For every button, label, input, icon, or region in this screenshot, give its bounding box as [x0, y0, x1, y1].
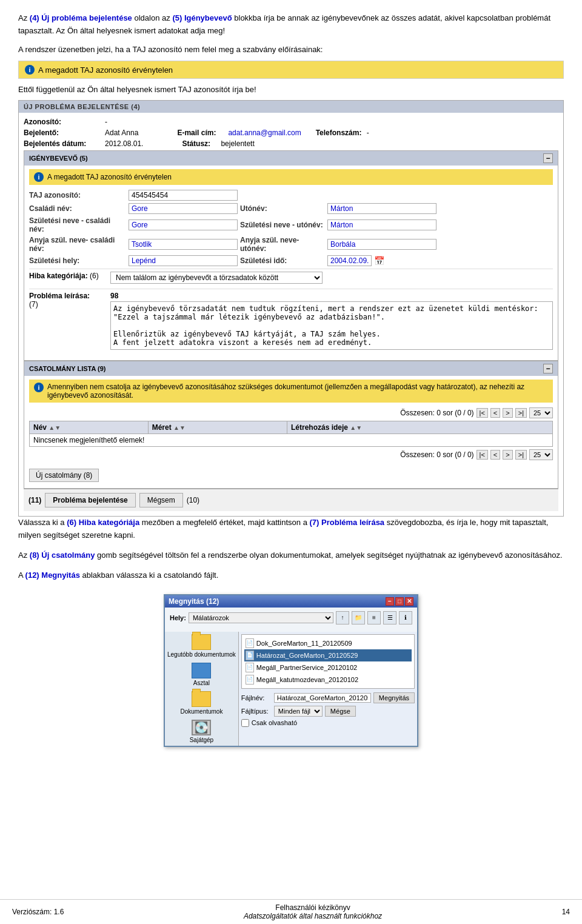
- sidebar-legutobb-icon: [192, 634, 211, 650]
- table-empty-row: Nincsenek megjeleníthető elemek!: [30, 434, 553, 447]
- file-icon-2: 📄: [246, 663, 254, 672]
- sidebar-sajatgep-label: Sajátgép: [190, 737, 213, 743]
- datum-row: Bejelentés dátum: 2012.08.01. Státusz: b…: [24, 139, 558, 148]
- status-label: Státusz:: [182, 139, 218, 148]
- sort-meret-icon: ▲▼: [173, 424, 186, 431]
- page-first-btn[interactable]: |<: [477, 408, 488, 418]
- dialog-path-row: Hely: Málatározok ↑ 📁 ≡ ☰ ℹ: [165, 608, 417, 632]
- sz-hely-label: Születési hely:: [29, 256, 126, 265]
- form-panel-body: Azonosító: - Bejelentő: Adat Anna E-mail…: [19, 113, 563, 516]
- datum-value: 2012.08.01.: [105, 139, 143, 148]
- page-size-select-bottom[interactable]: 25: [529, 449, 553, 460]
- uj-csatolmany-btn[interactable]: Új csatolmány (8): [29, 469, 99, 482]
- dialog-maximize-btn[interactable]: □: [395, 597, 404, 606]
- csatolmany-section: Csatolmány Lista (9) − i Amennyiben nem …: [24, 361, 558, 489]
- bold-megnyitas: (12) Megnyitás: [25, 571, 80, 580]
- page-size-select-top[interactable]: 25: [529, 407, 553, 418]
- fajlnev-label: Fájlnév:: [241, 694, 272, 701]
- fajlnev-input[interactable]: [274, 693, 371, 703]
- section-heading: A rendszer üzenetben jelzi, ha a TAJ azo…: [18, 44, 564, 56]
- page-first-btn-b[interactable]: |<: [477, 450, 488, 460]
- file-item-3[interactable]: 📄 Megáll_katutmozdevan_20120102: [244, 674, 412, 686]
- anya-c-label: Anyja szül. neve- családi név:: [29, 236, 126, 253]
- problema-textarea[interactable]: Az igénybevevő törzsadatát nem tudtuk rö…: [110, 301, 553, 350]
- hiba-kategoria-select[interactable]: Nem találom az igénybevevőt a törzsadato…: [110, 272, 323, 284]
- sidebar-asztal-label: Asztal: [193, 680, 210, 686]
- sidebar-dokumentumok[interactable]: Dokumentumok: [180, 691, 222, 715]
- bejelentes-num-label: (11): [28, 496, 41, 504]
- dialog-new-folder-btn[interactable]: 📁: [352, 611, 365, 624]
- telefonszam-label: Telefonszám:: [316, 129, 364, 137]
- body-section-1: Válassza ki a (6) Hiba kategóriája mezőb…: [18, 517, 564, 542]
- col-meret-header: Méret ▲▼: [148, 421, 287, 434]
- dialog-minimize-btn[interactable]: −: [386, 597, 394, 606]
- footer-title: Felhasználói kézikönyv: [64, 903, 561, 912]
- file-name-2: Megáll_PartnerService_20120102: [256, 664, 357, 671]
- szuletesi-row: Születési hely: Lepénd Születési idő: 20…: [29, 255, 553, 266]
- hiba-kategoria-label: Hiba kategóriája: (6): [29, 272, 108, 280]
- datum-label: Bejelentés dátum:: [24, 139, 102, 148]
- sidebar-sajatgep[interactable]: 💽 Sajátgép: [190, 720, 213, 743]
- page-last-btn[interactable]: >|: [515, 408, 527, 418]
- nev-row: Családi név: Gore Utónév: Márton: [29, 203, 553, 214]
- anya-u-value: Borbála: [327, 239, 436, 250]
- email-label: E-mail cím:: [177, 129, 226, 137]
- dialog-fajltipus-row: Fájltípus: Minden fájl Mégse: [241, 706, 415, 717]
- sz-nev-c-label: Születési neve - családi név:: [29, 216, 126, 233]
- anya-row: Anyja szül. neve- családi név: Tsotlik A…: [29, 236, 553, 253]
- bold-problema-leiras: (7) Probléma leírása: [310, 518, 385, 527]
- megnyitas-dialog: Megnyitás (12) − □ ✕ Hely: Málatározok ↑…: [164, 594, 418, 747]
- col-letrehozas-header: Létrehozás ideje ▲▼: [287, 421, 552, 434]
- dialog-list-view-btn[interactable]: ≡: [367, 611, 381, 624]
- page-prev-btn-b[interactable]: <: [490, 450, 500, 460]
- open-btn[interactable]: Megnyitás: [373, 692, 415, 703]
- sidebar-dokumentumok-icon: [192, 691, 211, 707]
- csatolmany-collapse-btn[interactable]: −: [543, 364, 553, 373]
- file-icon-1: 📄: [246, 651, 254, 660]
- bejelento-row: Bejelentő: Adat Anna E-mail cím: adat.an…: [24, 129, 558, 137]
- dialog-path-select[interactable]: Málatározok: [189, 612, 333, 623]
- footer-center: Felhasználói kézikönyv Adatszolgáltatók …: [64, 903, 561, 920]
- calendar-icon[interactable]: 📅: [374, 256, 384, 266]
- telefonszam-value: -: [367, 129, 369, 137]
- dialog-detail-view-btn[interactable]: ☰: [383, 611, 396, 624]
- sz-ido-value: 2004.02.09.: [327, 255, 372, 266]
- file-item-2[interactable]: 📄 Megáll_PartnerService_20120102: [244, 661, 412, 674]
- checkbox-row: Csak olvasható: [241, 719, 415, 727]
- file-name-0: Dok_GoreMarton_11_20120509: [256, 640, 352, 647]
- page-next-btn[interactable]: >: [503, 408, 512, 418]
- utonev-value: Márton: [327, 203, 436, 214]
- azonosito-row: Azonosító: -: [24, 118, 558, 126]
- fajltipus-select[interactable]: Minden fájl: [274, 706, 323, 717]
- dialog-up-btn[interactable]: ↑: [336, 611, 349, 624]
- problema-row: Probléma leírása: (7) 98 Az igénybevevő …: [29, 289, 553, 354]
- sidebar-asztal[interactable]: Asztal: [192, 663, 211, 686]
- file-item-1[interactable]: 📄 Határozat_GoreMarton_20120529: [244, 649, 412, 661]
- page-next-btn-b[interactable]: >: [503, 450, 512, 460]
- body-section-2: Az (8) Új csatolmány gomb segítségével t…: [18, 549, 564, 562]
- taj-warning-inner-text: A megadott TAJ azonosító érvénytelen: [47, 173, 172, 181]
- dialog-info-btn[interactable]: ℹ: [399, 611, 412, 624]
- csatolmany-warning-text: Amennyiben nem csatolja az igénybevevő a…: [47, 383, 548, 400]
- page-prev-btn[interactable]: <: [490, 408, 500, 418]
- taj-label: TAJ azonosító:: [29, 191, 126, 199]
- readonly-checkbox[interactable]: [241, 719, 249, 727]
- sidebar-asztal-icon: [192, 663, 211, 678]
- file-item-0[interactable]: 📄 Dok_GoreMarton_11_20120509: [244, 637, 412, 649]
- page-last-btn-b[interactable]: >|: [515, 450, 527, 460]
- dialog-close-btn[interactable]: ✕: [405, 597, 413, 606]
- dialog-title-bar: Megnyitás (12) − □ ✕: [165, 595, 417, 608]
- pagination-top-text: Összesen: 0 sor (0 / 0): [400, 409, 473, 417]
- sidebar-legutobb[interactable]: Legutóbb dokumentumok: [167, 634, 236, 658]
- megsem-button[interactable]: Mégsem: [139, 493, 183, 507]
- bejelentes-button[interactable]: Probléma bejelentése: [45, 493, 135, 507]
- bottom-buttons-bar: (11) Probléma bejelentése Mégsem (10): [24, 489, 558, 511]
- azonosito-value: -: [105, 118, 107, 126]
- version-number: Verziószám: 1.6: [12, 908, 64, 916]
- anya-c-value: Tsotlik: [129, 239, 238, 250]
- csatolmany-body: i Amennyiben nem csatolja az igénybevevő…: [24, 376, 558, 488]
- dialog-title: Megnyitás (12): [169, 597, 219, 606]
- collapse-button[interactable]: −: [543, 153, 553, 163]
- cancel-btn[interactable]: Mégse: [325, 706, 356, 717]
- problema-label: Probléma leírása: (7): [29, 292, 108, 309]
